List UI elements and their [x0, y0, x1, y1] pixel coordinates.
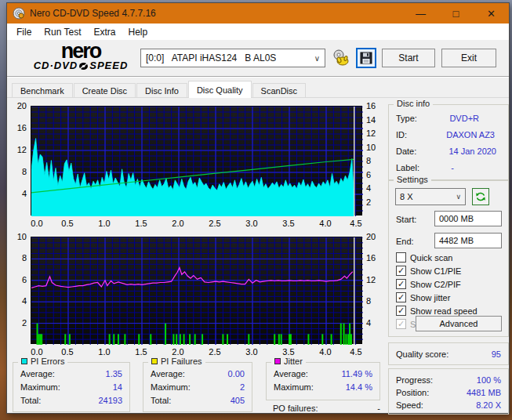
position-value: 4481 MB: [467, 388, 501, 397]
checkbox-show-c2-pif[interactable]: ✓ Show C2/PIF: [396, 278, 503, 290]
advanced-button[interactable]: Advanced: [416, 316, 502, 331]
chevron-down-icon: ∨: [456, 193, 461, 201]
checkbox-icon: ✓: [396, 292, 406, 302]
tab-benchmark[interactable]: Benchmark: [12, 83, 73, 98]
axis-tick-label: 16: [366, 101, 376, 110]
stat-label: Total:: [151, 396, 171, 405]
checkbox-show-read-speed[interactable]: ✓ Show read speed: [396, 305, 503, 317]
axis-tick-label: 14: [366, 115, 376, 125]
po-failures-label: PO failures:: [273, 404, 318, 413]
settings-group: Settings 8 X ∨ Start: 0000 MB End: 4482 …: [388, 180, 509, 337]
progress-value: 100 %: [477, 375, 501, 385]
pi-failures-stats-title: PI Failures: [161, 357, 202, 366]
close-button[interactable]: ✕: [474, 3, 509, 24]
axis-tick-label: 0.5: [61, 219, 73, 228]
disc-date-label: Date:: [396, 147, 416, 156]
quality-score-group: Quality score: 95: [388, 342, 509, 365]
scan-speed-value: 8 X: [400, 192, 413, 201]
jitter-chart: 108642 20161284 0.00.51.01.52.02.53.03.5…: [9, 234, 387, 358]
title-bar: Nero CD-DVD Speed 4.7.7.16 — □ ✕: [7, 3, 509, 24]
stat-value: 0.00: [228, 369, 245, 378]
checkbox-icon: ✓: [396, 279, 406, 289]
pi-errors-right-axis: 161412108642: [365, 103, 385, 229]
axis-tick-label: 8: [7, 253, 27, 262]
axis-tick-label: 4.0: [319, 219, 331, 228]
po-failures-row: PO failures: -: [273, 404, 380, 413]
speed-label: Speed:: [396, 400, 423, 410]
menu-help[interactable]: Help: [122, 24, 154, 40]
tab-strip: Benchmark Create Disc Disc Info Disc Qua…: [12, 82, 307, 98]
disc-id-value: DAXON AZ3: [446, 130, 495, 139]
tab-scandisc[interactable]: ScanDisc: [252, 83, 306, 98]
stat-label: Total:: [20, 396, 41, 405]
axis-tick-label: 2: [7, 318, 27, 328]
stat-value: 2: [240, 382, 245, 392]
checkbox-icon: ✓: [396, 306, 406, 316]
maximize-button[interactable]: □: [438, 3, 474, 24]
nero-logo-text: nero: [18, 42, 143, 60]
jitter-left-axis: 108642: [9, 234, 28, 358]
axis-tick-label: 4: [366, 183, 371, 193]
jitter-plot-area: [31, 237, 362, 344]
menu-bar: File Run Test Extra Help: [7, 24, 509, 40]
axis-tick-label: 2.0: [172, 219, 183, 228]
refresh-button[interactable]: [472, 188, 489, 205]
checkbox-quick-scan[interactable]: Quick scan: [396, 252, 503, 263]
jitter-stats-group: Jitter Average:11.49 % Maximum:14.4 %: [266, 362, 380, 400]
pi-failures-stats-group: PI Failures Average:0.00 Maximum:2 Total…: [143, 362, 252, 412]
disc-type-value: DVD+R: [449, 114, 479, 123]
start-position-input[interactable]: 0000 MB: [434, 211, 502, 226]
checkbox-label: Show read speed: [410, 306, 478, 316]
start-position-label: Start:: [396, 215, 416, 224]
pi-errors-plot-area: [31, 106, 362, 215]
jitter-stats-title: Jitter: [284, 357, 303, 366]
header-separator: [7, 76, 509, 78]
progress-label: Progress:: [396, 375, 433, 385]
axis-tick-label: 2.0: [172, 347, 183, 357]
disc-id-label: ID:: [396, 130, 407, 139]
axis-tick-label: 0.0: [31, 219, 42, 228]
start-button[interactable]: Start: [382, 49, 435, 67]
menu-run-test[interactable]: Run Test: [38, 24, 87, 40]
menu-extra[interactable]: Extra: [87, 24, 122, 40]
disc-label-label: Label:: [396, 163, 419, 172]
axis-tick-label: 20: [366, 232, 376, 241]
axis-tick-label: 10: [7, 232, 27, 241]
disc-info-group: Disc info Type:DVD+R ID:DAXON AZ3 Date:1…: [388, 104, 509, 180]
speed-value: 8.20 X: [476, 400, 501, 410]
axis-tick-label: 12: [366, 129, 376, 138]
po-failures-value: -: [377, 404, 380, 413]
end-position-input[interactable]: 4482 MB: [434, 233, 502, 248]
pi-errors-chart: 20161284 161412108642 0.00.51.01.52.02.5…: [9, 103, 387, 229]
checkbox-show-jitter[interactable]: ✓ Show jitter: [396, 291, 503, 303]
axis-tick-label: 3.5: [282, 219, 294, 228]
minimize-button[interactable]: —: [403, 3, 438, 24]
axis-tick-label: 4.5: [350, 219, 361, 228]
stat-value: 405: [231, 396, 245, 405]
axis-tick-label: 16: [7, 123, 27, 132]
tab-disc-info[interactable]: Disc Info: [136, 83, 187, 98]
axis-tick-label: 3.0: [245, 219, 257, 228]
axis-tick-label: 4: [366, 318, 371, 328]
tab-disc-quality[interactable]: Disc Quality: [188, 81, 252, 98]
stat-label: Maximum:: [20, 382, 60, 392]
stat-value: 14.4 %: [346, 382, 372, 392]
pi-errors-stats-title: PI Errors: [31, 357, 64, 366]
checkbox-show-c1-pie[interactable]: ✓ Show C1/PIE: [396, 265, 503, 277]
menu-file[interactable]: File: [10, 24, 38, 40]
settings-title: Settings: [394, 175, 431, 184]
drive-select[interactable]: [0:0] ATAPI iHAS124 B AL0S ∨: [140, 49, 325, 67]
axis-tick-label: 4.5: [350, 347, 361, 357]
tab-create-disc[interactable]: Create Disc: [74, 83, 136, 98]
disc-quality-page: 20161284 161412108642 0.00.51.01.52.02.5…: [7, 97, 509, 412]
stat-value: 1.35: [106, 369, 122, 378]
window-title: Nero CD-DVD Speed 4.7.7.16: [30, 8, 156, 19]
save-button[interactable]: [356, 48, 376, 68]
eject-disc-button[interactable]: [331, 48, 351, 68]
scan-speed-select[interactable]: 8 X ∨: [395, 188, 466, 205]
exit-button[interactable]: Exit: [441, 49, 496, 67]
axis-tick-label: 2: [366, 197, 371, 207]
checkbox-label: Show jitter: [410, 293, 450, 302]
stat-value: 24193: [98, 396, 122, 405]
axis-tick-label: 8: [366, 156, 371, 165]
